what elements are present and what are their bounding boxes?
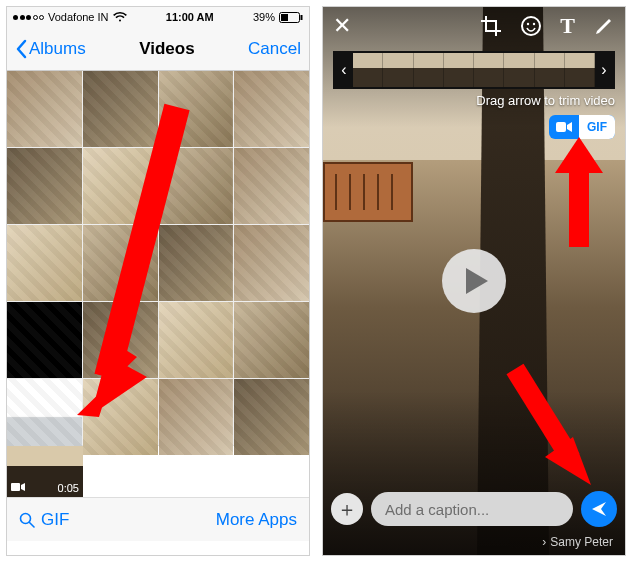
trim-hint: Drag arrow to trim video: [476, 93, 615, 108]
gif-label: GIF: [41, 510, 69, 530]
send-icon: [590, 500, 608, 518]
trim-frames[interactable]: [353, 53, 595, 87]
video-icon: [11, 482, 25, 494]
video-thumb[interactable]: [83, 379, 158, 455]
video-thumb[interactable]: [83, 71, 158, 147]
close-button[interactable]: ✕: [333, 13, 351, 39]
battery-icon: [279, 12, 303, 23]
draw-icon[interactable]: [593, 15, 615, 37]
emoji-icon[interactable]: [520, 15, 542, 37]
bottom-toolbar: GIF More Apps: [7, 497, 309, 541]
text-icon[interactable]: T: [560, 13, 575, 39]
selected-video-thumb[interactable]: 0:05: [7, 446, 83, 497]
svg-rect-11: [556, 122, 566, 132]
svg-point-8: [522, 17, 540, 35]
svg-rect-3: [11, 483, 20, 491]
gif-toggle[interactable]: GIF: [549, 115, 615, 139]
chevron-right-icon: ›: [542, 535, 546, 549]
caption-placeholder: Add a caption...: [385, 501, 489, 518]
video-thumb[interactable]: [234, 148, 309, 224]
video-thumb[interactable]: [234, 225, 309, 301]
clock-label: 11:00 AM: [166, 11, 214, 23]
send-button[interactable]: [581, 491, 617, 527]
svg-line-5: [30, 522, 35, 527]
carrier-label: Vodafone IN: [48, 11, 109, 23]
video-grid[interactable]: [7, 71, 309, 445]
video-thumb[interactable]: [7, 148, 82, 224]
trim-strip[interactable]: ‹ ›: [333, 51, 615, 89]
editor-top-bar: ✕ T: [323, 7, 625, 45]
svg-rect-1: [281, 14, 288, 21]
photos-picker-screen: Vodafone IN 11:00 AM 39% Albums Videos C…: [6, 6, 310, 556]
svg-point-10: [533, 23, 535, 25]
add-media-button[interactable]: ＋: [331, 493, 363, 525]
video-thumb[interactable]: [7, 225, 82, 301]
video-thumb[interactable]: [234, 71, 309, 147]
video-editor-screen: ✕ T ‹ › Drag arrow to trim video GIF ＋ A: [322, 6, 626, 556]
gif-search-button[interactable]: GIF: [19, 510, 69, 530]
page-title: Videos: [139, 39, 194, 59]
wifi-icon: [113, 12, 127, 23]
video-icon: [549, 121, 579, 133]
video-thumb[interactable]: [234, 379, 309, 455]
more-apps-button[interactable]: More Apps: [216, 510, 297, 530]
chevron-left-icon: [15, 39, 27, 59]
caption-input[interactable]: Add a caption...: [371, 492, 573, 526]
video-thumb[interactable]: [83, 225, 158, 301]
trim-handle-right[interactable]: ›: [595, 53, 613, 87]
video-thumb[interactable]: [7, 302, 82, 378]
search-icon: [19, 512, 35, 528]
video-thumb[interactable]: [159, 71, 234, 147]
signal-dots-icon: [13, 15, 44, 20]
video-thumb[interactable]: [159, 302, 234, 378]
video-thumb[interactable]: [83, 302, 158, 378]
back-label: Albums: [29, 39, 86, 59]
video-thumb[interactable]: [83, 148, 158, 224]
caption-bar: ＋ Add a caption...: [331, 489, 617, 529]
svg-point-9: [527, 23, 529, 25]
video-thumb[interactable]: [159, 148, 234, 224]
status-bar: Vodafone IN 11:00 AM 39%: [7, 7, 309, 27]
video-thumb[interactable]: [7, 379, 82, 455]
crop-icon[interactable]: [480, 15, 502, 37]
trim-handle-left[interactable]: ‹: [335, 53, 353, 87]
video-thumb[interactable]: [159, 225, 234, 301]
back-button[interactable]: Albums: [15, 39, 86, 59]
video-thumb[interactable]: [159, 379, 234, 455]
gif-label: GIF: [579, 115, 615, 139]
recipient-label: › Samy Peter: [542, 535, 613, 549]
cancel-button[interactable]: Cancel: [248, 39, 301, 59]
battery-percent: 39%: [253, 11, 275, 23]
video-thumb[interactable]: [7, 71, 82, 147]
recipient-name: Samy Peter: [550, 535, 613, 549]
play-button[interactable]: [442, 249, 506, 313]
play-icon: [464, 266, 490, 296]
nav-bar: Albums Videos Cancel: [7, 27, 309, 71]
duration-label: 0:05: [58, 482, 79, 494]
video-thumb[interactable]: [234, 302, 309, 378]
svg-rect-2: [300, 15, 302, 20]
